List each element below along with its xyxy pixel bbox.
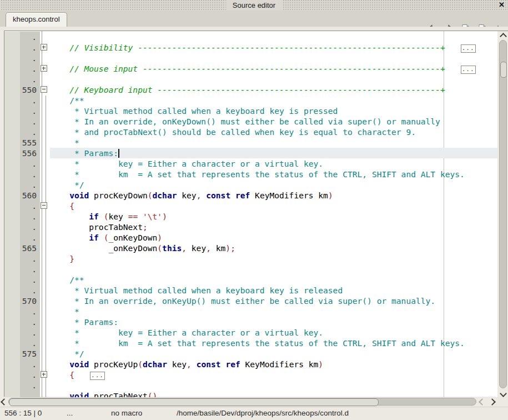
code-text[interactable]: * key = Either a character or a virtual … bbox=[50, 158, 497, 169]
code-line[interactable]: . { bbox=[4, 201, 497, 211]
hscroll-thumb[interactable] bbox=[9, 398, 379, 406]
gutter-strip bbox=[4, 211, 20, 222]
code-text[interactable]: * bbox=[50, 306, 497, 317]
code-text[interactable]: * bbox=[50, 137, 497, 148]
code-text[interactable]: */ bbox=[50, 179, 497, 190]
code-line[interactable]: . {... bbox=[4, 369, 497, 380]
fold-expand-icon[interactable] bbox=[41, 65, 47, 72]
code-line[interactable]: 550 // Keyboard input ------------------… bbox=[4, 84, 497, 95]
code-line[interactable]: . * In an override, onKeyDown() must eit… bbox=[4, 116, 497, 127]
gutter-strip bbox=[4, 106, 20, 116]
folded-code-ellipsis[interactable]: ... bbox=[90, 372, 105, 380]
code-text[interactable]: } bbox=[50, 253, 497, 264]
code-text[interactable]: */ bbox=[50, 348, 497, 359]
fold-collapse-icon[interactable] bbox=[41, 202, 47, 209]
panel-titlebar[interactable]: Source editor ✕ bbox=[0, 0, 508, 11]
code-text[interactable]: * key = Either a character or a virtual … bbox=[50, 327, 497, 338]
code-text[interactable] bbox=[50, 53, 497, 63]
scroll-left-secondary-icon[interactable] bbox=[478, 397, 486, 407]
code-line[interactable]: . bbox=[4, 264, 497, 274]
code-text[interactable]: // Mouse input -------------------------… bbox=[50, 63, 497, 74]
code-text[interactable]: if (key == '\t') bbox=[50, 211, 497, 222]
code-line[interactable]: . * key = Either a character or a virtua… bbox=[4, 327, 497, 338]
horizontal-scrollbar[interactable] bbox=[0, 397, 496, 407]
code-text[interactable]: * km = A set that represents the status … bbox=[50, 338, 497, 348]
code-line[interactable]: 565 _onKeyDown(this, key, km); bbox=[4, 243, 497, 253]
code-text[interactable]: * Params: bbox=[50, 317, 497, 327]
fold-expand-icon[interactable] bbox=[41, 371, 47, 378]
code-token: procTabNext bbox=[50, 222, 143, 232]
code-text[interactable]: * km = A set that represents the status … bbox=[50, 169, 497, 179]
code-line[interactable]: . } bbox=[4, 253, 497, 264]
code-line[interactable]: . // Mouse input -----------------------… bbox=[4, 63, 497, 74]
code-text[interactable]: * Virtual method called when a keyboard … bbox=[50, 106, 497, 116]
code-line[interactable]: . bbox=[4, 53, 497, 63]
code-line[interactable]: . procTabNext; bbox=[4, 222, 497, 232]
gutter-strip bbox=[4, 359, 20, 369]
code-line[interactable]: 570 * In an override, onKeyUp() must eit… bbox=[4, 296, 497, 306]
fold-expand-icon[interactable] bbox=[41, 44, 47, 51]
code-text[interactable]: void procKeyDown(dchar key, const ref Ke… bbox=[50, 190, 497, 201]
code-line[interactable]: . * Virtual method called when a keyboar… bbox=[4, 285, 497, 296]
code-text[interactable] bbox=[50, 74, 497, 84]
code-text[interactable]: * In an override, onKeyDown() must eithe… bbox=[50, 116, 497, 127]
vscroll-thumb[interactable] bbox=[500, 62, 507, 78]
code-line[interactable]: 575 */ bbox=[4, 348, 497, 359]
code-line[interactable]: . * km = A set that represents the statu… bbox=[4, 338, 497, 348]
code-line[interactable]: . bbox=[4, 380, 497, 391]
code-line[interactable]: . void procKeyUp(dchar key, const ref Ke… bbox=[4, 359, 497, 369]
source-editor[interactable]: .. // Visibility -----------------------… bbox=[4, 31, 508, 397]
code-text[interactable]: if (_onKeyDown) bbox=[50, 232, 497, 243]
code-text[interactable]: void procKeyUp(dchar key, const ref KeyM… bbox=[50, 359, 497, 369]
vscroll-trough[interactable] bbox=[499, 40, 507, 388]
code-text[interactable] bbox=[50, 380, 497, 391]
code-line[interactable]: . */ bbox=[4, 179, 497, 190]
code-line[interactable]: . * bbox=[4, 306, 497, 317]
code-line[interactable]: . bbox=[4, 32, 497, 42]
code-text[interactable]: /** bbox=[50, 274, 497, 285]
code-token bbox=[192, 359, 197, 369]
code-line[interactable]: . /** bbox=[4, 95, 497, 106]
code-token: * Virtual method called when a keyboard … bbox=[50, 286, 343, 295]
code-text[interactable]: * Virtual method called when a keyboard … bbox=[50, 285, 497, 296]
folded-code-ellipsis[interactable]: ... bbox=[461, 66, 476, 74]
tab-kheops-control[interactable]: kheops.control bbox=[6, 12, 67, 27]
code-line[interactable]: . void procTabNext() bbox=[4, 391, 497, 397]
code-text[interactable]: * and procTabNext() should be called whe… bbox=[50, 127, 497, 137]
code-text[interactable]: void procTabNext() bbox=[50, 391, 497, 397]
code-line[interactable]: . bbox=[4, 74, 497, 84]
code-line[interactable]: . * km = A set that represents the statu… bbox=[4, 169, 497, 179]
code-line[interactable]: . * and procTabNext() should be called w… bbox=[4, 127, 497, 137]
code-text[interactable]: /** bbox=[50, 95, 497, 106]
vertical-scrollbar[interactable] bbox=[497, 31, 508, 397]
code-text[interactable]: * In an override, onKeyUp() must either … bbox=[50, 296, 497, 306]
code-text[interactable] bbox=[50, 264, 497, 274]
code-line[interactable]: . /** bbox=[4, 274, 497, 285]
code-line[interactable]: 555 * bbox=[4, 137, 497, 148]
line-number: . bbox=[20, 306, 40, 317]
code-line[interactable]: . // Visibility ------------------------… bbox=[4, 42, 497, 53]
code-line[interactable]: . if (key == '\t') bbox=[4, 211, 497, 222]
code-line[interactable]: . if (_onKeyDown) bbox=[4, 232, 497, 243]
code-text[interactable]: {... bbox=[50, 369, 497, 380]
code-line[interactable]: 560 void procKeyDown(dchar key, const re… bbox=[4, 190, 497, 201]
close-panel-icon[interactable]: ✕ bbox=[497, 0, 506, 10]
scroll-left-icon[interactable] bbox=[0, 397, 8, 407]
code-text[interactable]: procTabNext; bbox=[50, 222, 497, 232]
code-text[interactable]: // Keyboard input ----------------------… bbox=[50, 84, 497, 95]
code-text[interactable]: { bbox=[50, 201, 497, 211]
scroll-down-icon[interactable] bbox=[497, 388, 508, 397]
code-line[interactable]: . * Virtual method called when a keyboar… bbox=[4, 106, 497, 116]
code-line[interactable]: . * Params: bbox=[4, 317, 497, 327]
code-text[interactable] bbox=[50, 32, 497, 42]
scroll-up-icon[interactable] bbox=[497, 31, 508, 40]
code-text[interactable]: * Params: bbox=[50, 148, 497, 158]
code-text[interactable]: // Visibility --------------------------… bbox=[50, 42, 497, 53]
code-line[interactable]: . * key = Either a character or a virtua… bbox=[4, 158, 497, 169]
code-line[interactable]: 556 * Params: bbox=[4, 148, 497, 158]
code-text[interactable]: _onKeyDown(this, key, km); bbox=[50, 243, 497, 253]
folded-code-ellipsis[interactable]: ... bbox=[461, 44, 476, 53]
fold-collapse-icon[interactable] bbox=[41, 86, 47, 93]
scroll-right-icon[interactable] bbox=[488, 397, 496, 407]
hscroll-trough[interactable] bbox=[8, 398, 476, 406]
